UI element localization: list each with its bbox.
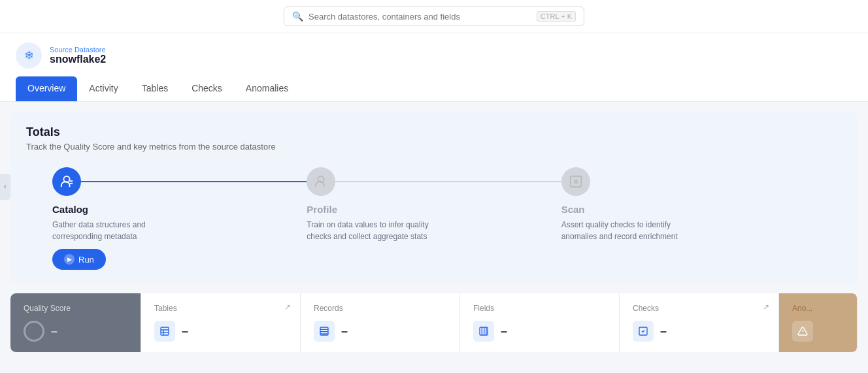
top-bar: 🔍 CTRL + K [0,0,868,33]
pipeline-step-profile: Profile Train on data values to infer qu… [307,167,561,242]
tables-label: Tables [154,304,287,313]
scan-icon [561,167,590,196]
metric-records: Records – [301,293,460,352]
nav-tabs: Overview Activity Tables Checks Anomalie… [16,76,852,101]
checks-value-row: – [633,321,765,342]
checks-value: – [660,325,667,338]
metrics-bar: Quality Score – ↗ Tables – Records – Fie… [10,293,858,352]
play-icon: ▶ [64,254,75,265]
tab-checks[interactable]: Checks [180,76,234,101]
search-box[interactable]: 🔍 CTRL + K [284,7,584,26]
pipeline-step-scan: Scan Assert quality checks to identify a… [561,167,816,242]
tables-arrow-icon[interactable]: ↗ [284,302,291,312]
fields-value-row: – [473,321,606,342]
svg-rect-5 [161,327,169,335]
tab-activity[interactable]: Activity [77,76,129,101]
metric-tables: ↗ Tables – [141,293,301,352]
scan-label: Scan [561,204,585,215]
totals-section: Totals Track the Quality Score and key m… [10,112,858,283]
run-button[interactable]: ▶ Run [52,249,106,270]
anomalies-icon [792,321,813,342]
profile-label: Profile [307,204,337,215]
catalog-label: Catalog [52,204,88,215]
chevron-left-icon: ‹ [4,183,6,190]
datastore-info: ❄ Source Datastore snowflake2 [16,42,852,69]
tab-tables[interactable]: Tables [130,76,180,101]
metric-anomalies: Ano... [779,293,858,352]
quality-score-value-row: – [24,321,127,342]
run-label: Run [78,255,94,265]
fields-value: – [501,325,507,338]
pipeline-step-catalog: Catalog Gather data structures and corre… [52,167,307,270]
totals-subtitle: Track the Quality Score and key metrics … [26,142,842,152]
datastore-name: snowflake2 [50,54,106,65]
records-value: – [341,325,348,338]
catalog-icon [52,167,81,196]
metric-quality-score: Quality Score – [10,293,141,352]
checks-label: Checks [633,304,765,313]
tables-value: – [182,325,188,338]
quality-score-value: – [51,325,58,338]
quality-score-label: Quality Score [24,304,127,313]
anomalies-value-row [792,321,844,342]
scan-description: Assert quality checks to identify anomal… [561,219,692,242]
shortcut-hint: CTRL + K [537,11,576,22]
records-icon [314,321,335,342]
checks-icon [633,321,654,342]
metric-checks: ↗ Checks – [620,293,779,352]
anomalies-label: Ano... [792,304,844,313]
datastore-badge: Source Datastore [50,46,106,54]
checks-arrow-icon[interactable]: ↗ [763,302,769,312]
catalog-description: Gather data structures and corresponding… [52,219,183,242]
pipeline: Catalog Gather data structures and corre… [26,167,842,270]
search-icon: 🔍 [292,11,303,22]
metric-fields: Fields – [460,293,620,352]
search-input[interactable] [309,12,531,22]
snowflake-icon: ❄ [24,48,34,63]
records-value-row: – [314,321,446,342]
tables-value-row: – [154,321,287,342]
tab-overview[interactable]: Overview [16,76,77,101]
sidebar-collapse-button[interactable]: ‹ [0,174,10,200]
tables-icon [154,321,175,342]
records-label: Records [314,304,446,313]
quality-circle-icon [24,321,44,342]
datastore-header: ❄ Source Datastore snowflake2 Overview A… [0,33,868,102]
totals-title: Totals [26,125,842,139]
tab-anomalies[interactable]: Anomalies [234,76,300,101]
fields-icon [473,321,494,342]
profile-icon [307,167,335,196]
fields-label: Fields [473,304,606,313]
profile-description: Train on data values to infer quality ch… [307,219,437,242]
datastore-icon: ❄ [16,42,42,69]
